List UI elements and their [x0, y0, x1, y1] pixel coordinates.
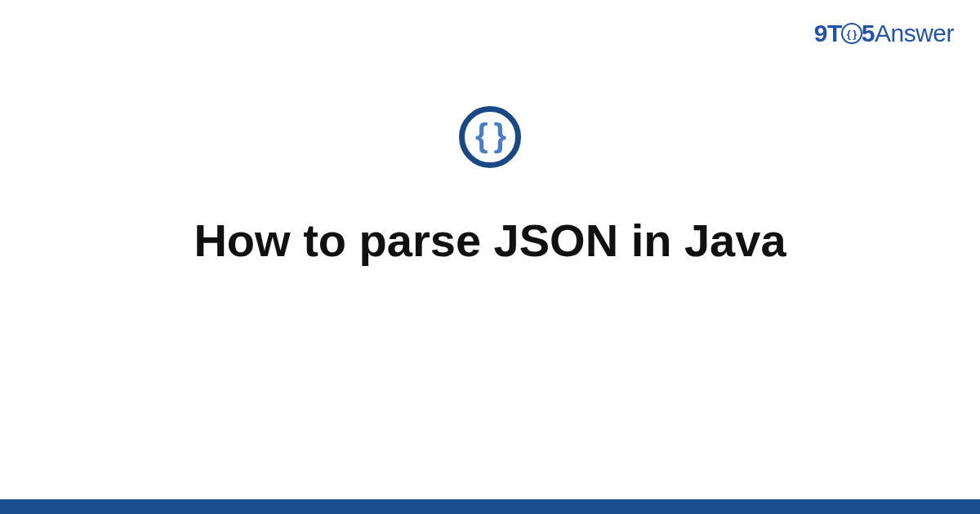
topic-icon-ring: { } — [459, 106, 521, 168]
main-content: { } How to parse JSON in Java — [0, 0, 980, 514]
footer-bar — [0, 499, 980, 514]
page-title: How to parse JSON in Java — [194, 213, 786, 268]
json-braces-icon: { } — [475, 119, 505, 152]
